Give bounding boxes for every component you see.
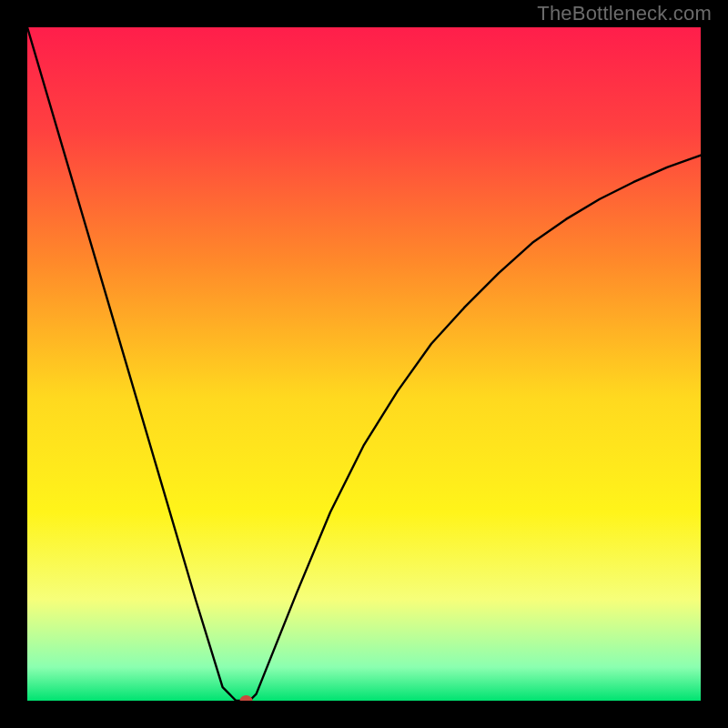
chart-frame: TheBottleneck.com — [0, 0, 728, 728]
watermark-text: TheBottleneck.com — [537, 2, 712, 25]
plot-area — [27, 27, 701, 701]
bottleneck-chart-svg — [27, 27, 701, 701]
gradient-background — [27, 27, 701, 701]
